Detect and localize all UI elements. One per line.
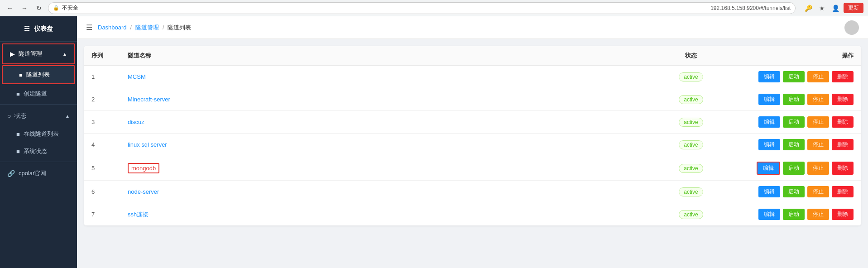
delete-button[interactable]: 删除 xyxy=(832,139,854,150)
cell-actions: 编辑启动停止删除 xyxy=(725,181,861,203)
stop-button[interactable]: 停止 xyxy=(807,116,829,128)
sidebar-item-create-tunnel[interactable]: ■ 创建隧道 xyxy=(0,85,77,102)
stop-button[interactable]: 停止 xyxy=(807,162,829,175)
status-badge: active xyxy=(679,140,703,149)
status-badge: active xyxy=(679,118,703,127)
cell-id: 6 xyxy=(84,181,120,203)
update-button[interactable]: 更新 xyxy=(844,3,863,13)
col-header-status: 状态 xyxy=(657,46,725,66)
browser-actions: 🔑 ★ 👤 更新 xyxy=(803,3,863,14)
stop-button[interactable]: 停止 xyxy=(807,71,829,82)
cell-name: node-server xyxy=(120,181,657,203)
cell-name: linux sql server xyxy=(120,134,657,156)
table-row: 2Minecraft-serveractive编辑启动停止删除 xyxy=(84,88,861,111)
edit-button[interactable]: 编辑 xyxy=(757,162,780,175)
start-button[interactable]: 启动 xyxy=(783,116,805,128)
cell-actions: 编辑启动停止删除 xyxy=(725,66,861,88)
stop-button[interactable]: 停止 xyxy=(807,186,829,197)
security-icon: 🔒 xyxy=(53,5,59,11)
start-button[interactable]: 启动 xyxy=(783,186,805,197)
delete-button[interactable]: 删除 xyxy=(832,71,854,82)
address-bar[interactable]: 🔒 不安全 192.168.5.158:9200/#/tunnels/list xyxy=(48,2,796,14)
cell-status: active xyxy=(657,88,725,111)
app-container: ☷ 仪表盘 ▶ 隧道管理 ▲ ■ 隧道列表 ■ 创建隧道 ○ 状态 ▲ xyxy=(0,16,868,268)
delete-button[interactable]: 删除 xyxy=(832,186,854,197)
delete-button[interactable]: 删除 xyxy=(832,116,854,128)
cell-status: active xyxy=(657,156,725,181)
start-button[interactable]: 启动 xyxy=(783,71,805,82)
delete-button[interactable]: 删除 xyxy=(832,209,854,220)
edit-button[interactable]: 编辑 xyxy=(758,209,780,220)
edit-button[interactable]: 编辑 xyxy=(758,71,780,82)
col-header-action: 操作 xyxy=(725,46,861,66)
cell-id: 1 xyxy=(84,66,120,88)
divider-1 xyxy=(0,104,77,105)
star-icon[interactable]: ★ xyxy=(816,3,827,14)
delete-button[interactable]: 删除 xyxy=(832,94,854,105)
back-button[interactable]: ← xyxy=(5,3,15,14)
start-button[interactable]: 启动 xyxy=(783,162,805,175)
status-label: 状态 xyxy=(14,112,26,120)
tunnels-table: 序列 隧道名称 状态 操作 1MCSMactive编辑启动停止删除2Minecr… xyxy=(84,46,861,225)
cell-status: active xyxy=(657,111,725,134)
status-badge: active xyxy=(679,187,703,196)
status-badge: active xyxy=(679,210,703,219)
online-tunnels-label: 在线隧道列表 xyxy=(24,130,59,138)
cpolar-website-label: cpolar官网 xyxy=(19,169,46,177)
start-button[interactable]: 启动 xyxy=(783,94,805,105)
breadcrumb-tunnel-list: 隧道列表 xyxy=(168,24,191,32)
main-content: ☰ Dashboard / 隧道管理 / 隧道列表 序列 隧道名称 状态 xyxy=(77,16,868,268)
table-row: 7ssh连接active编辑启动停止删除 xyxy=(84,203,861,226)
breadcrumb-tunnel-management[interactable]: 隧道管理 xyxy=(135,24,159,32)
status-badge: active xyxy=(679,72,703,81)
cell-id: 5 xyxy=(84,156,120,181)
delete-button[interactable]: 删除 xyxy=(832,162,854,175)
status-badge: active xyxy=(679,95,703,104)
sidebar-item-online-tunnels[interactable]: ■ 在线隧道列表 xyxy=(0,125,77,143)
browser-chrome: ← → ↻ 🔒 不安全 192.168.5.158:9200/#/tunnels… xyxy=(0,0,868,16)
tunnel-management-label: 隧道管理 xyxy=(19,50,42,58)
edit-button[interactable]: 编辑 xyxy=(758,139,780,150)
sidebar-item-status[interactable]: ○ 状态 ▲ xyxy=(0,106,77,125)
highlighted-name: mongodb xyxy=(128,163,159,173)
cell-name: discuz xyxy=(120,111,657,134)
avatar[interactable] xyxy=(844,20,859,35)
forward-button[interactable]: → xyxy=(19,3,30,14)
tunnel-icon: ▶ xyxy=(10,50,15,57)
edit-button[interactable]: 编辑 xyxy=(758,116,780,128)
cell-status: active xyxy=(657,203,725,226)
sidebar-item-tunnel-list[interactable]: ■ 隧道列表 xyxy=(2,65,75,84)
sidebar-item-cpolar-website[interactable]: 🔗 cpolar官网 xyxy=(0,164,77,183)
chevron-up-icon: ▲ xyxy=(62,52,67,57)
grid-icon-4: ■ xyxy=(16,148,20,155)
logo-text: ☷ 仪表盘 xyxy=(24,25,53,33)
action-buttons: 编辑启动停止删除 xyxy=(732,139,854,150)
stop-button[interactable]: 停止 xyxy=(807,209,829,220)
col-header-name: 隧道名称 xyxy=(120,46,657,66)
cell-actions: 编辑启动停止删除 xyxy=(725,88,861,111)
cell-status: active xyxy=(657,134,725,156)
key-icon[interactable]: 🔑 xyxy=(803,3,814,14)
sidebar-item-tunnel-management[interactable]: ▶ 隧道管理 ▲ xyxy=(2,43,75,64)
table-row: 5mongodbactive编辑启动停止删除 xyxy=(84,156,861,181)
stop-button[interactable]: 停止 xyxy=(807,139,829,150)
cell-name: MCSM xyxy=(120,66,657,88)
sidebar-item-system-status[interactable]: ■ 系统状态 xyxy=(0,143,77,160)
divider-2 xyxy=(0,162,77,162)
sidebar-logo: ☷ 仪表盘 xyxy=(0,16,77,42)
reload-button[interactable]: ↻ xyxy=(34,3,44,14)
breadcrumb-dashboard[interactable]: Dashboard xyxy=(98,24,127,31)
table-row: 6node-serveractive编辑启动停止删除 xyxy=(84,181,861,203)
cell-name: Minecraft-server xyxy=(120,88,657,111)
stop-button[interactable]: 停止 xyxy=(807,94,829,105)
profile-icon[interactable]: 👤 xyxy=(830,3,841,14)
menu-toggle-icon[interactable]: ☰ xyxy=(86,23,92,32)
breadcrumb-bar: ☰ Dashboard / 隧道管理 / 隧道列表 xyxy=(77,16,868,39)
cell-name: ssh连接 xyxy=(120,203,657,226)
edit-button[interactable]: 编辑 xyxy=(758,186,780,197)
cell-actions: 编辑启动停止删除 xyxy=(725,156,861,181)
edit-button[interactable]: 编辑 xyxy=(758,94,780,105)
start-button[interactable]: 启动 xyxy=(783,139,805,150)
cell-id: 7 xyxy=(84,203,120,226)
start-button[interactable]: 启动 xyxy=(783,209,805,220)
